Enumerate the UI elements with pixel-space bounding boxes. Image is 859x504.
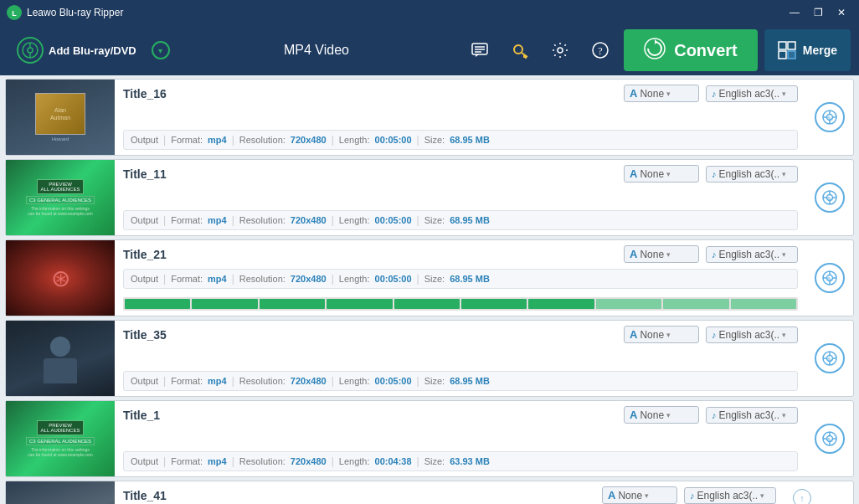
svg-marker-18	[655, 39, 657, 44]
audio-caret: ▾	[782, 250, 786, 259]
audio-caret: ▾	[782, 170, 786, 178]
audio-icon: ♪	[712, 330, 717, 340]
size-label: Size:	[424, 456, 445, 466]
resolution-label: Resolution:	[239, 135, 285, 145]
move-up-button[interactable]: ↑	[793, 489, 811, 504]
format-value: mp4	[208, 376, 227, 386]
audio-value: English ac3(..	[719, 409, 780, 421]
settings-icon-button[interactable]	[543, 38, 577, 63]
edit-settings-button[interactable]: ✎	[815, 424, 845, 454]
svg-text:✎: ✎	[827, 437, 832, 443]
window-controls: — ❐ ✕	[784, 4, 852, 21]
video-header: Title_11 A None ▾ ♪ English ac3(.. ▾	[123, 165, 798, 183]
size-label: Size:	[424, 376, 445, 386]
key-icon-button[interactable]	[503, 38, 537, 63]
subtitle-caret: ▾	[666, 90, 671, 98]
subtitle-value: None	[640, 88, 664, 100]
audio-icon: ♪	[712, 169, 717, 179]
resolution-label: Resolution:	[239, 456, 285, 466]
close-button[interactable]: ✕	[831, 4, 852, 21]
edit-settings-button[interactable]: ✎	[815, 102, 845, 132]
progress-bar	[123, 297, 798, 311]
format-label: Format:	[171, 274, 203, 284]
svg-text:✎: ✎	[827, 196, 832, 202]
convert-button[interactable]: Convert	[624, 29, 758, 71]
audio-caret: ▾	[782, 331, 786, 339]
subtitle-caret: ▾	[666, 250, 671, 259]
subtitle-dropdown[interactable]: A None ▾	[624, 165, 699, 183]
audio-icon: ♪	[712, 249, 717, 260]
resolution-value: 720x480	[291, 376, 327, 386]
maximize-button[interactable]: ❐	[807, 4, 829, 21]
format-value: mp4	[208, 135, 227, 145]
svg-point-3	[28, 48, 33, 53]
video-thumbnail: PREVIEWALL AUDIENCES C3 GENERAL AUDIENCE…	[6, 160, 115, 235]
audio-icon: ♪	[690, 491, 695, 501]
help-icon-button[interactable]: ?	[584, 38, 617, 63]
app-title: Leawo Blu-ray Ripper	[27, 7, 784, 18]
video-item-title_11: PREVIEWALL AUDIENCES C3 GENERAL AUDIENCE…	[5, 159, 854, 236]
video-details: Output | Format: mp4 | Resolution: 720x4…	[123, 269, 798, 289]
video-title: Title_35	[123, 328, 617, 342]
video-info: Title_41 A None ▾ ♪ English ac3(.. ▾ Out…	[115, 481, 784, 504]
subtitle-value: None	[640, 409, 664, 421]
audio-dropdown[interactable]: ♪ English ac3(.. ▾	[684, 487, 776, 504]
size-value: 68.95 MB	[450, 135, 490, 145]
format-label: Format:	[171, 215, 203, 225]
edit-settings-button[interactable]: ✎	[815, 263, 845, 293]
video-title: Title_11	[123, 167, 617, 181]
subtitle-dropdown[interactable]: A None ▾	[624, 245, 699, 263]
video-thumbnail: AlanAutman Howard	[6, 80, 115, 155]
content-area: AlanAutman Howard Title_16 A None ▾ ♪ En…	[0, 75, 859, 504]
merge-button[interactable]: Merge	[764, 29, 851, 71]
message-icon-button[interactable]	[463, 38, 496, 63]
video-details: Output | Format: mp4 | Resolution: 720x4…	[123, 451, 798, 471]
length-label: Length:	[339, 274, 370, 284]
subtitle-dropdown[interactable]: A None ▾	[624, 326, 699, 343]
format-label: MP4 Video	[177, 43, 456, 58]
audio-caret: ▾	[782, 90, 786, 98]
svg-text:✎: ✎	[827, 276, 832, 282]
progress-segment-light-1	[663, 299, 728, 309]
resolution-label: Resolution:	[239, 274, 285, 284]
edit-settings-button[interactable]: ✎	[815, 343, 845, 373]
video-info: Title_16 A None ▾ ♪ English ac3(.. ▾ Out…	[115, 80, 806, 155]
subtitle-caret: ▾	[666, 170, 671, 178]
video-title: Title_21	[123, 248, 617, 261]
video-header: Title_16 A None ▾ ♪ English ac3(.. ▾	[123, 85, 798, 102]
video-info: Title_1 A None ▾ ♪ English ac3(.. ▾ Outp…	[115, 401, 806, 476]
audio-dropdown[interactable]: ♪ English ac3(.. ▾	[706, 327, 798, 343]
audio-dropdown[interactable]: ♪ English ac3(.. ▾	[706, 166, 798, 183]
size-label: Size:	[424, 135, 445, 145]
subtitle-caret: ▾	[666, 331, 671, 339]
video-thumbnail: ▶	[6, 481, 115, 504]
subtitle-value: None	[640, 168, 664, 180]
subtitle-icon: A	[630, 248, 637, 260]
add-bluray-button[interactable]: Add Blu-ray/DVD	[8, 32, 145, 69]
app-icon: L	[7, 5, 22, 20]
output-label: Output	[131, 215, 158, 225]
video-actions: ✎	[806, 401, 853, 476]
subtitle-dropdown[interactable]: A None ▾	[624, 85, 699, 102]
audio-dropdown[interactable]: ♪ English ac3(.. ▾	[706, 407, 798, 424]
subtitle-dropdown[interactable]: A None ▾	[602, 486, 677, 504]
disc-icon	[17, 37, 44, 64]
progress-segment-6	[528, 299, 594, 309]
subtitle-dropdown[interactable]: A None ▾	[624, 406, 699, 424]
video-title: Title_1	[123, 409, 617, 422]
audio-dropdown[interactable]: ♪ English ac3(.. ▾	[706, 246, 798, 263]
subtitle-icon: A	[630, 409, 637, 421]
length-value: 00:04:38	[375, 456, 412, 466]
minimize-button[interactable]: —	[784, 4, 805, 21]
audio-dropdown[interactable]: ♪ English ac3(.. ▾	[706, 85, 798, 102]
subtitle-value: None	[618, 490, 642, 501]
video-actions: ✎	[806, 321, 853, 396]
progress-segment-4	[394, 299, 460, 309]
edit-settings-button[interactable]: ✎	[815, 183, 845, 213]
add-dropdown-arrow[interactable]: ▾	[152, 41, 170, 59]
audio-caret: ▾	[782, 411, 786, 419]
video-header: Title_21 A None ▾ ♪ English ac3(.. ▾	[123, 245, 798, 263]
toolbar: Add Blu-ray/DVD ▾ MP4 Video ?	[0, 25, 859, 75]
video-item-title_16: AlanAutman Howard Title_16 A None ▾ ♪ En…	[5, 79, 854, 156]
subtitle-value: None	[640, 249, 664, 260]
